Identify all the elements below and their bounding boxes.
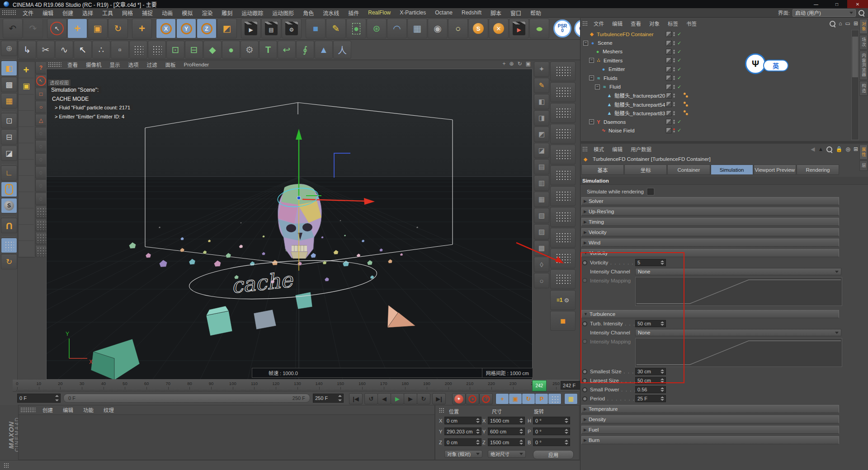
dot-grid-b-icon[interactable]	[148, 41, 166, 59]
sculpt-globe-icon[interactable]: ⊕	[1, 41, 17, 56]
om-menu-item-0[interactable]: 文件	[590, 20, 608, 27]
object-label[interactable]: Meshers	[603, 49, 623, 54]
layer-box[interactable]	[666, 93, 672, 99]
object-tags[interactable]	[684, 93, 689, 98]
menu-item-5[interactable]: 网格	[118, 9, 137, 17]
side-tab-0[interactable]: 对象	[859, 19, 868, 34]
key-rotation[interactable]: ↻	[522, 393, 535, 404]
viewport-menu-item-3[interactable]: 选项	[124, 61, 143, 68]
cursor-tool-icon[interactable]: ↖	[74, 41, 92, 59]
rotation-h-field[interactable]: 0 °	[533, 417, 570, 424]
play-button[interactable]: ▶	[391, 393, 404, 404]
scale-icon[interactable]: ▣	[88, 19, 108, 38]
keyframe-help[interactable]: ?	[479, 393, 493, 404]
group-wind[interactable]: ▶Wind	[581, 239, 839, 247]
visibility-dots[interactable]	[673, 111, 675, 116]
object-tags[interactable]	[684, 102, 689, 107]
visibility-dots[interactable]	[673, 32, 675, 37]
vorticity-channel-dropdown[interactable]: None	[635, 268, 841, 275]
layer-box[interactable]	[666, 110, 672, 116]
camera-icon[interactable]: ◉	[428, 19, 448, 38]
model-mode-icon[interactable]: ◧	[1, 61, 17, 76]
scale-tool-icon[interactable]: ▣	[19, 78, 34, 94]
om-menu-item-5[interactable]: 书签	[682, 20, 701, 27]
am-menu-drag-handle[interactable]	[582, 146, 588, 152]
group-vorticity[interactable]: ▼Vorticity	[581, 249, 839, 257]
enabled-check-icon[interactable]: ✓	[677, 57, 681, 63]
visibility-dots[interactable]	[673, 102, 675, 107]
minimize-button[interactable]: —	[806, 0, 826, 8]
knife-tool-icon[interactable]: ✂	[37, 41, 55, 59]
menu-drag-handle[interactable]	[2, 10, 16, 15]
enabled-check-icon[interactable]: ✓	[677, 49, 681, 55]
panel-drag-handle[interactable]	[439, 408, 444, 413]
expand-icon[interactable]: −	[595, 85, 600, 89]
snap-grid-icon[interactable]	[550, 165, 576, 185]
sculpt-b-icon[interactable]: ◌	[35, 140, 47, 152]
menu-item-19[interactable]: Redshift	[457, 9, 486, 16]
turb-intensity-field[interactable]: 50 cm	[635, 320, 666, 327]
bend-deformer-icon[interactable]: ◠	[387, 19, 407, 38]
object-label[interactable]: Emitters	[604, 58, 623, 63]
poly-select-icon[interactable]: △	[35, 114, 47, 126]
position-mode-dropdown[interactable]: 对象 (相对)	[444, 450, 482, 458]
simulate-while-rendering-checkbox[interactable]	[647, 188, 654, 195]
menu-item-0[interactable]: 文件	[18, 9, 38, 17]
tab-simulation[interactable]: Simulation	[711, 164, 753, 175]
snap-grid-icon[interactable]	[550, 228, 576, 248]
sculpt-d-icon[interactable]: ◌	[35, 166, 47, 179]
view-maximize-icon[interactable]: ▣	[526, 61, 531, 67]
layer-box[interactable]	[666, 66, 672, 72]
layout-toggle[interactable]: ▦	[564, 393, 578, 404]
position-z-field[interactable]: 0 cm	[444, 438, 481, 446]
view-rotate-icon[interactable]: ↻	[518, 61, 522, 67]
ime-language-badge[interactable]: 英	[763, 60, 788, 71]
timeline-ruler[interactable]: 0102030405060708090100110120130140150160…	[13, 380, 579, 392]
search-icon[interactable]	[826, 146, 832, 152]
object-tags[interactable]	[684, 110, 689, 116]
size-x-field[interactable]: 1500 cm	[488, 417, 525, 424]
menu-item-11[interactable]: 运动跟踪	[237, 9, 268, 17]
axis-mode-icon[interactable]: ∟	[1, 165, 17, 181]
material-menu-item-1[interactable]: 编辑	[58, 406, 78, 414]
position-y-field[interactable]: 290.203 cm	[444, 428, 481, 435]
material-menu-item-0[interactable]: 创建	[38, 406, 58, 414]
visibility-dots[interactable]	[673, 67, 675, 72]
group-burn[interactable]: ▶Burn	[581, 436, 839, 444]
crystal-ngon-icon[interactable]: ◆	[203, 41, 222, 59]
snap-grid-icon[interactable]	[550, 61, 576, 81]
menu-item-18[interactable]: Octane	[430, 9, 457, 16]
menu-item-22[interactable]: 帮助	[526, 9, 546, 17]
visibility-dots[interactable]	[673, 128, 675, 133]
menu-item-20[interactable]: 脚本	[486, 9, 506, 17]
enabled-check-icon[interactable]: ✓	[677, 84, 681, 90]
layer-box[interactable]	[666, 101, 672, 107]
om-menu-item-2[interactable]: 查看	[627, 20, 645, 27]
target-icon[interactable]: ◎	[845, 146, 850, 152]
grid-b-icon[interactable]	[35, 219, 47, 231]
expand-icon[interactable]: −	[589, 119, 594, 124]
snap-grid-icon[interactable]	[550, 124, 576, 144]
floor-icon[interactable]: ▦	[407, 19, 427, 38]
render-view-icon[interactable]: ▶	[241, 19, 261, 38]
goto-start[interactable]: |◀	[349, 393, 363, 404]
object-label[interactable]: TurbulenceFD Container	[597, 32, 654, 37]
lasso-select-icon[interactable]: ○	[35, 101, 47, 113]
interface-dropdown[interactable]: 启动 (用户)	[793, 9, 856, 17]
visibility-dots[interactable]	[673, 85, 675, 89]
tree-item-0[interactable]: ◆TurbulenceFD Container✓	[580, 30, 852, 38]
group-up-res-ing[interactable]: ▶Up-Res'ing	[581, 207, 839, 216]
group-fuel[interactable]: ▶Fuel	[581, 426, 839, 434]
psr-button[interactable]: PSR0	[553, 19, 571, 38]
maximize-button[interactable]: □	[826, 0, 847, 8]
tree-item-4[interactable]: ●Emitter✓	[580, 65, 852, 74]
cone-pen-icon[interactable]: ▲	[315, 41, 333, 59]
goto-end[interactable]: ▶|	[432, 393, 446, 404]
hook-arrow-icon[interactable]: ↩	[278, 41, 296, 59]
object-label[interactable]: Scene	[598, 40, 613, 46]
next-frame[interactable]: ▶	[404, 393, 417, 404]
animate-toggle-icon[interactable]	[582, 260, 587, 265]
points-mode-icon[interactable]: ⊡	[1, 113, 17, 128]
group-turbulence[interactable]: ▼Turbulence	[581, 310, 839, 318]
range-slider-start[interactable]: 0 F	[68, 395, 75, 401]
